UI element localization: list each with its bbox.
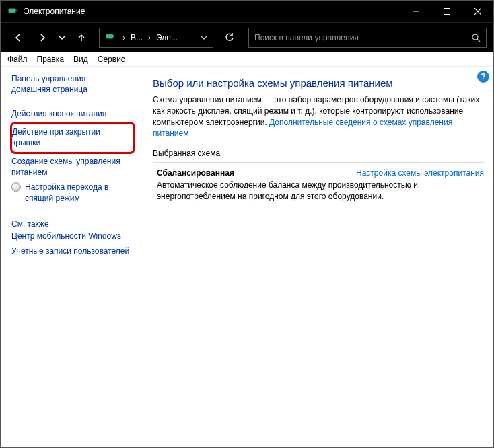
search-icon[interactable]: [471, 33, 481, 42]
sidebar-home-link[interactable]: Панель управления — домашняя страница: [11, 73, 135, 95]
selected-scheme-header: Выбранная схема: [153, 149, 484, 158]
help-icon[interactable]: ?: [477, 71, 489, 83]
menu-file[interactable]: Файл: [7, 54, 28, 64]
window-title: Электропитание: [24, 7, 400, 16]
divider: [11, 102, 135, 102]
scheme-description: Автоматическое соблюдение баланса между …: [157, 180, 484, 202]
svg-point-8: [472, 34, 478, 40]
divider: [153, 162, 484, 163]
see-also-user-accounts[interactable]: Учетные записи пользователей: [11, 244, 135, 258]
chevron-right-icon: ›: [145, 33, 153, 42]
sidebar: Панель управления — домашняя страница Де…: [1, 67, 141, 213]
svg-line-9: [477, 39, 480, 42]
menu-edit[interactable]: Правка: [37, 54, 65, 64]
search-input[interactable]: [254, 33, 471, 42]
breadcrumb[interactable]: › В... › Эле...: [99, 28, 213, 48]
minimize-button[interactable]: [400, 1, 431, 22]
page-heading: Выбор или настройка схемы управления пит…: [153, 77, 484, 89]
page-description: Схема управления питанием — это набор па…: [153, 94, 484, 139]
svg-rect-7: [113, 36, 114, 37]
up-button[interactable]: [71, 27, 92, 48]
title-bar: Электропитание: [1, 1, 493, 22]
sidebar-link-power-buttons[interactable]: Действия кнопок питания: [11, 106, 135, 121]
svg-rect-0: [9, 9, 15, 13]
see-also-mobility-center[interactable]: Центр мобильности Windows: [11, 229, 135, 244]
sidebar-item-label: Настройка перехода в спящий режим: [25, 182, 135, 203]
navigation-bar: › В... › Эле...: [1, 22, 493, 52]
shield-icon: [11, 182, 21, 192]
see-also-section: См. также Центр мобильности Windows Учет…: [1, 213, 141, 265]
breadcrumb-icon: [105, 32, 117, 44]
chevron-right-icon: ›: [120, 33, 128, 42]
breadcrumb-seg-2[interactable]: Эле...: [153, 33, 180, 42]
main-content: ? Выбор или настройка схемы управления п…: [141, 67, 493, 447]
breadcrumb-seg-1[interactable]: В...: [128, 33, 145, 42]
chevron-down-icon[interactable]: [198, 34, 210, 41]
maximize-button[interactable]: [431, 1, 462, 22]
forward-button[interactable]: [32, 27, 53, 48]
menu-bar: Файл Правка Вид Сервис: [1, 52, 493, 67]
scheme-name: Сбалансированная: [157, 168, 234, 178]
sidebar-link-sleep-settings[interactable]: Настройка перехода в спящий режим: [11, 180, 135, 205]
svg-rect-1: [15, 10, 17, 11]
sidebar-link-create-scheme[interactable]: Создание схемы управления питанием: [11, 154, 135, 180]
close-button[interactable]: [462, 1, 493, 22]
sidebar-link-lid-action[interactable]: Действие при закрытии крышки: [10, 122, 135, 154]
svg-rect-3: [444, 9, 450, 15]
menu-service[interactable]: Сервис: [98, 54, 125, 64]
back-button[interactable]: [7, 27, 29, 48]
menu-view[interactable]: Вид: [73, 54, 88, 64]
search-box[interactable]: [248, 28, 487, 48]
see-also-header: См. также: [11, 219, 135, 229]
app-icon: [7, 6, 18, 17]
svg-rect-6: [106, 34, 113, 38]
scheme-settings-link[interactable]: Настройка схемы электропитания: [356, 168, 484, 178]
refresh-button[interactable]: [219, 27, 240, 48]
recent-dropdown[interactable]: [56, 27, 68, 48]
